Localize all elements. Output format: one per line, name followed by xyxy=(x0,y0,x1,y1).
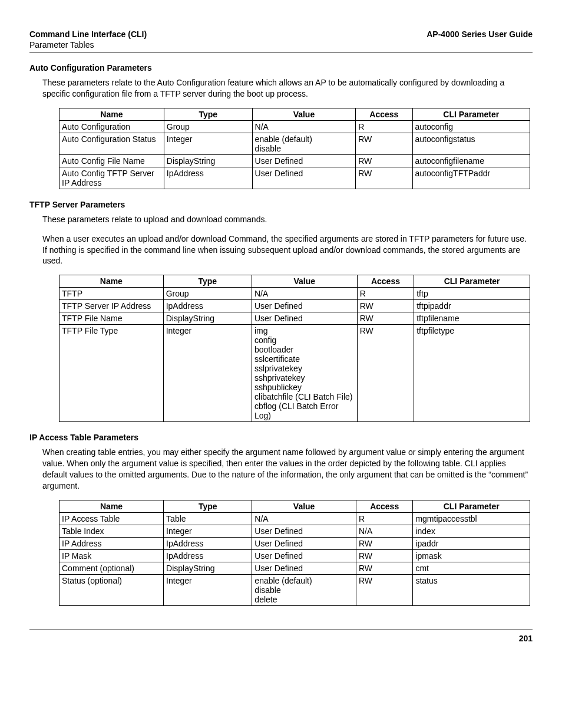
cell-name: TFTP File Name xyxy=(59,312,164,325)
table-row: Auto Configuration StatusIntegerenable (… xyxy=(59,133,530,154)
cell-type: IpAddress xyxy=(163,300,252,312)
header-left-sub: Parameter Tables xyxy=(29,40,533,50)
column-header-cli: CLI Parameter xyxy=(412,108,530,120)
cell-cli: mgmtipaccesstbl xyxy=(413,512,530,525)
cell-access: R xyxy=(356,512,413,525)
cell-type: Table xyxy=(164,512,252,525)
cell-value: User Defined xyxy=(252,167,356,189)
cell-value: User Defined xyxy=(252,549,356,562)
cell-access: RW xyxy=(356,133,412,154)
cell-value: User Defined xyxy=(252,525,356,537)
table-row: TFTPGroupN/ARtftp xyxy=(59,288,530,300)
section-title: IP Access Table Parameters xyxy=(29,433,533,442)
column-header-access: Access xyxy=(356,500,413,512)
column-header-type: Type xyxy=(163,275,252,288)
table-row: TFTP File TypeIntegerimg config bootload… xyxy=(59,325,530,422)
cell-type: Integer xyxy=(164,574,252,605)
cell-access: RW xyxy=(357,325,414,422)
cell-cli: tftpfilename xyxy=(414,312,530,325)
cell-value: User Defined xyxy=(252,562,356,574)
cell-value: User Defined xyxy=(252,154,356,167)
table-row: IP MaskIpAddressUser DefinedRWipmask xyxy=(59,549,530,562)
cell-access: RW xyxy=(356,562,413,574)
cell-cli: ipmask xyxy=(413,549,530,562)
section-paragraph: When a user executes an upload and/or do… xyxy=(42,233,533,267)
cell-cli: autoconfig xyxy=(412,120,530,133)
table-row: TFTP Server IP AddressIpAddressUser Defi… xyxy=(59,300,530,312)
cell-value: User Defined xyxy=(252,300,357,312)
cell-value: img config bootloader sslcertificate ssl… xyxy=(252,325,357,422)
section-title: Auto Configuration Parameters xyxy=(29,63,533,73)
cell-cli: tftpfiletype xyxy=(414,325,530,422)
page-footer: 201 xyxy=(29,630,533,643)
cell-name: IP Address xyxy=(59,537,164,549)
cell-name: Status (optional) xyxy=(59,574,164,605)
cell-access: R xyxy=(356,120,412,133)
cell-name: TFTP Server IP Address xyxy=(59,300,164,312)
cell-cli: autoconfigstatus xyxy=(412,133,530,154)
cell-type: DisplayString xyxy=(164,154,252,167)
column-header-access: Access xyxy=(357,275,414,288)
cell-access: RW xyxy=(357,312,414,325)
cell-name: TFTP xyxy=(59,288,164,300)
cell-type: Integer xyxy=(164,525,252,537)
section-title: TFTP Server Parameters xyxy=(29,200,533,209)
cell-type: DisplayString xyxy=(164,562,252,574)
column-header-type: Type xyxy=(164,500,252,512)
table-row: Table IndexIntegerUser DefinedN/Aindex xyxy=(59,525,530,537)
table-row: TFTP File NameDisplayStringUser DefinedR… xyxy=(59,312,530,325)
section-paragraph: These parameters relate to upload and do… xyxy=(42,214,533,225)
cell-name: Auto Configuration xyxy=(59,120,164,133)
cell-access: R xyxy=(357,288,414,300)
cell-type: IpAddress xyxy=(164,167,252,189)
table-row: Auto Config TFTP Server IP AddressIpAddr… xyxy=(59,167,530,189)
cell-name: IP Mask xyxy=(59,549,164,562)
parameter-table: NameTypeValueAccessCLI ParameterAuto Con… xyxy=(59,108,530,189)
cell-name: TFTP File Type xyxy=(59,325,164,422)
cell-type: Group xyxy=(164,120,252,133)
sections-container: Auto Configuration ParametersThese param… xyxy=(29,63,533,606)
column-header-value: Value xyxy=(252,500,356,512)
column-header-cli: CLI Parameter xyxy=(414,275,530,288)
header-left-title: Command Line Interface (CLI) xyxy=(29,29,147,39)
column-header-value: Value xyxy=(252,275,357,288)
column-header-name: Name xyxy=(59,108,164,120)
cell-type: IpAddress xyxy=(164,549,252,562)
cell-value: N/A xyxy=(252,512,356,525)
cell-name: IP Access Table xyxy=(59,512,164,525)
cell-value: User Defined xyxy=(252,537,356,549)
column-header-name: Name xyxy=(59,500,164,512)
cell-cli: index xyxy=(413,525,530,537)
cell-access: N/A xyxy=(356,525,413,537)
cell-name: Auto Config TFTP Server IP Address xyxy=(59,167,164,189)
cell-name: Auto Configuration Status xyxy=(59,133,164,154)
cell-value: User Defined xyxy=(252,312,357,325)
cell-cli: autoconfigTFTPaddr xyxy=(412,167,530,189)
cell-name: Comment (optional) xyxy=(59,562,164,574)
cell-cli: tftp xyxy=(414,288,530,300)
cell-value: enable (default) disable xyxy=(252,133,356,154)
cell-value: N/A xyxy=(252,288,357,300)
page-header: Command Line Interface (CLI) AP-4000 Ser… xyxy=(29,29,533,39)
cell-type: IpAddress xyxy=(164,537,252,549)
cell-name: Auto Config File Name xyxy=(59,154,164,167)
column-header-access: Access xyxy=(356,108,412,120)
cell-access: RW xyxy=(356,167,412,189)
table-row: IP AddressIpAddressUser DefinedRWipaddr xyxy=(59,537,530,549)
column-header-type: Type xyxy=(164,108,252,120)
cell-type: Integer xyxy=(164,133,252,154)
column-header-name: Name xyxy=(59,275,164,288)
table-row: Auto Config File NameDisplayStringUser D… xyxy=(59,154,530,167)
cell-access: RW xyxy=(357,300,414,312)
cell-cli: tftpipaddr xyxy=(414,300,530,312)
cell-value: N/A xyxy=(252,120,356,133)
cell-type: Group xyxy=(163,288,252,300)
cell-access: RW xyxy=(356,154,412,167)
table-row: Status (optional)Integerenable (default)… xyxy=(59,574,530,605)
cell-access: RW xyxy=(356,549,413,562)
cell-cli: ipaddr xyxy=(413,537,530,549)
cell-name: Table Index xyxy=(59,525,164,537)
section-paragraph: When creating table entries, you may eit… xyxy=(42,447,533,492)
page-number: 201 xyxy=(519,634,533,643)
cell-type: Integer xyxy=(163,325,252,422)
